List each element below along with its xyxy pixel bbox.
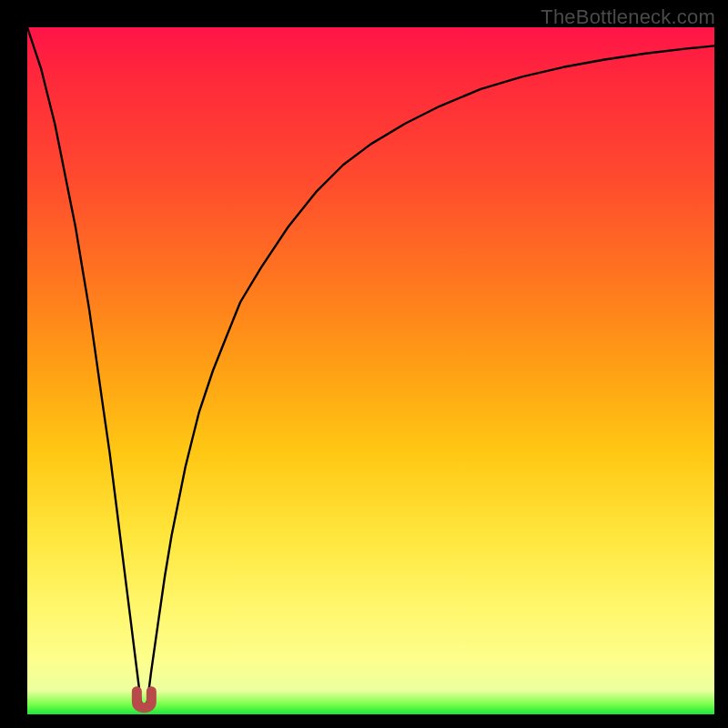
curve-layer	[27, 27, 714, 714]
cusp-marker-icon	[136, 692, 151, 708]
chart-frame: TheBottleneck.com	[0, 0, 728, 728]
bottleneck-curve	[27, 27, 714, 711]
plot-area	[27, 27, 714, 714]
watermark-text: TheBottleneck.com	[541, 5, 715, 29]
